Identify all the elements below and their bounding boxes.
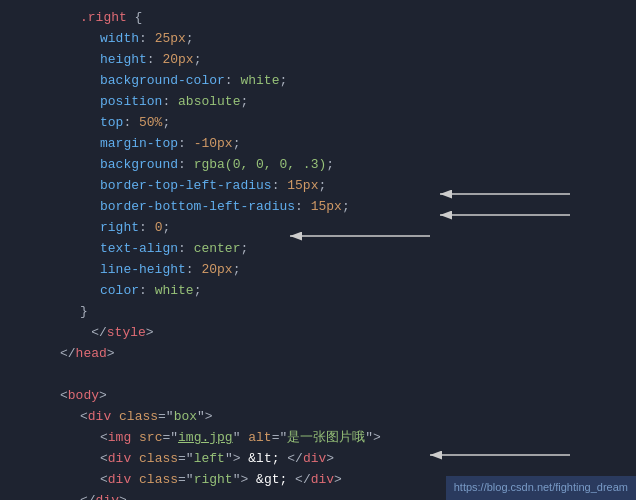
code-token: alt <box>248 428 271 449</box>
url-text: https://blog.csdn.net/fighting_dream <box>454 481 628 493</box>
code-token: white <box>155 281 194 302</box>
code-token: div <box>311 470 334 491</box>
code-token: class <box>139 470 178 491</box>
code-line: border-bottom-left-radius: 15px; <box>60 197 636 218</box>
code-line: position: absolute; <box>60 92 636 113</box>
code-token: style <box>107 323 146 344</box>
code-token: &gt; <box>256 470 287 491</box>
code-token: "> <box>225 449 248 470</box>
code-token: right <box>100 218 139 239</box>
code-line: margin-top: -10px; <box>60 134 636 155</box>
code-token: 15px <box>287 176 318 197</box>
code-token: </ <box>60 344 76 365</box>
code-token: absolute <box>178 92 240 113</box>
code-token: &lt; <box>248 449 279 470</box>
code-token: { <box>135 8 143 29</box>
code-token: border-top-left-radius <box>100 176 272 197</box>
code-token: ; <box>162 218 170 239</box>
code-token: div <box>303 449 326 470</box>
code-token: div <box>108 470 139 491</box>
code-token: div <box>96 491 119 500</box>
code-token: ; <box>318 176 326 197</box>
code-token: : <box>139 29 155 50</box>
code-token: box <box>174 407 197 428</box>
code-token: 0 <box>155 218 163 239</box>
code-token: 25px <box>155 29 186 50</box>
code-line: top: 50%; <box>60 113 636 134</box>
code-token: } <box>80 302 88 323</box>
code-token: =" <box>158 407 174 428</box>
code-token: body <box>68 386 99 407</box>
code-token: left <box>194 449 225 470</box>
code-token: > <box>107 344 115 365</box>
code-token: : <box>123 113 139 134</box>
code-token: position <box>100 92 162 113</box>
code-token: ; <box>194 50 202 71</box>
code-token: : <box>139 281 155 302</box>
code-token: > <box>334 470 342 491</box>
code-token: > <box>119 491 127 500</box>
code-token: ; <box>233 134 241 155</box>
code-token: ; <box>279 71 287 92</box>
code-token: </ <box>60 323 107 344</box>
code-token: : <box>139 218 155 239</box>
code-token: > <box>326 449 334 470</box>
code-token: class <box>139 449 178 470</box>
code-token: right <box>194 470 233 491</box>
code-line: </style> <box>60 323 636 344</box>
code-token: ; <box>342 197 350 218</box>
code-token: 是一张图片哦 <box>287 428 365 449</box>
code-token: " <box>233 428 249 449</box>
code-token: : <box>272 176 288 197</box>
code-token: white <box>240 71 279 92</box>
code-token: rgba(0, 0, 0, .3) <box>194 155 327 176</box>
code-token: < <box>100 428 108 449</box>
code-line: border-top-left-radius: 15px; <box>60 176 636 197</box>
code-token: text-align <box>100 239 178 260</box>
code-token: ; <box>326 155 334 176</box>
code-token: > <box>99 386 107 407</box>
code-token: 20px <box>162 50 193 71</box>
code-token: </ <box>287 470 310 491</box>
code-token: "> <box>365 428 381 449</box>
code-token: < <box>80 407 88 428</box>
code-token: 15px <box>311 197 342 218</box>
code-token: =" <box>162 428 178 449</box>
code-token: ; <box>194 281 202 302</box>
code-token: : <box>147 50 163 71</box>
code-token: center <box>194 239 241 260</box>
bottom-bar: https://blog.csdn.net/fighting_dream <box>446 476 636 500</box>
code-token: > <box>146 323 154 344</box>
code-token: width <box>100 29 139 50</box>
code-token: 20px <box>201 260 232 281</box>
code-token: : <box>225 71 241 92</box>
code-token: class <box>119 407 158 428</box>
code-line: <div class="box"> <box>60 407 636 428</box>
code-line: </head> <box>60 344 636 365</box>
code-line: <body> <box>60 386 636 407</box>
code-token: : <box>295 197 311 218</box>
code-token: background <box>100 155 178 176</box>
code-token: line-height <box>100 260 186 281</box>
code-token: -10px <box>194 134 233 155</box>
code-token: </ <box>280 449 303 470</box>
code-line <box>60 365 636 386</box>
code-line: <div class="left"> &lt; </div> <box>60 449 636 470</box>
code-token: =" <box>178 470 194 491</box>
code-token: ; <box>162 113 170 134</box>
code-line: right: 0; <box>60 218 636 239</box>
code-token: "> <box>233 470 256 491</box>
code-token: ; <box>240 92 248 113</box>
code-line: text-align: center; <box>60 239 636 260</box>
code-line: <img src="img.jpg" alt="是一张图片哦"> <box>60 428 636 449</box>
code-token: head <box>76 344 107 365</box>
code-token: div <box>88 407 119 428</box>
code-token: img.jpg <box>178 428 233 449</box>
code-token: img <box>108 428 139 449</box>
code-token: : <box>186 260 202 281</box>
code-line: .right { <box>60 8 636 29</box>
code-token: ; <box>233 260 241 281</box>
code-line: } <box>60 302 636 323</box>
code-token: src <box>139 428 162 449</box>
code-token: </ <box>80 491 96 500</box>
